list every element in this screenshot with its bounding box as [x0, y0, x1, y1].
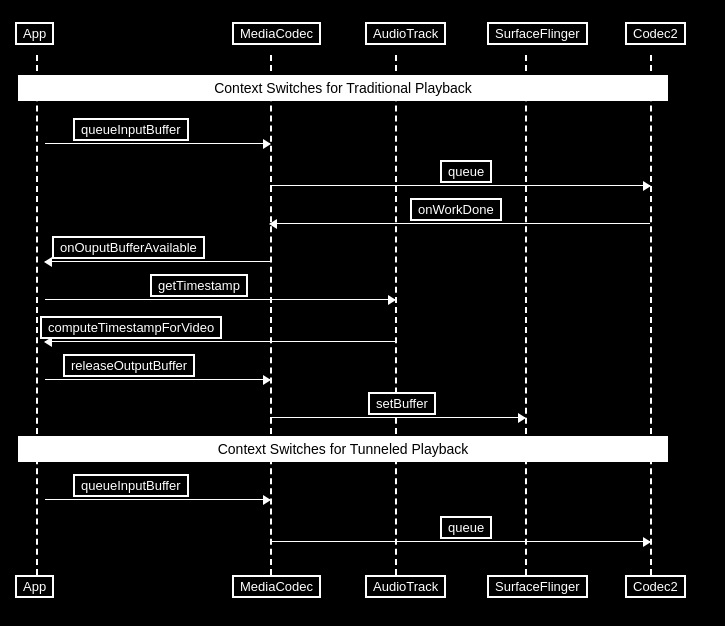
queueInputBuffer1-label: queueInputBuffer	[73, 118, 189, 141]
releaseOutputBuffer-label: releaseOutputBuffer	[63, 354, 195, 377]
onOuputBufferAvailable-arrow	[45, 261, 270, 262]
actor-mediacodec-footer: MediaCodec	[232, 575, 321, 598]
queue2-arrow	[270, 541, 650, 542]
onOuputBufferAvailable-label: onOuputBufferAvailable	[52, 236, 205, 259]
actor-mediacodec-header: MediaCodec	[232, 22, 321, 45]
queue2-label: queue	[440, 516, 492, 539]
queueInputBuffer1-arrow	[45, 143, 270, 144]
queue1-arrow	[270, 185, 650, 186]
actor-codec2-header: Codec2	[625, 22, 686, 45]
actor-audiotrack-footer: AudioTrack	[365, 575, 446, 598]
traditional-section: Context Switches for Traditional Playbac…	[18, 75, 668, 101]
releaseOutputBuffer-arrow	[45, 379, 270, 380]
getTimestamp-label: getTimestamp	[150, 274, 248, 297]
tunneled-section: Context Switches for Tunneled Playback	[18, 436, 668, 462]
sequence-diagram: App MediaCodec AudioTrack SurfaceFlinger…	[0, 0, 725, 626]
setBuffer-arrow	[270, 417, 525, 418]
onWorkDone-label: onWorkDone	[410, 198, 502, 221]
surfaceflinger-lifeline	[525, 55, 527, 575]
codec2-lifeline	[650, 55, 652, 575]
actor-app-header: App	[15, 22, 54, 45]
queueInputBuffer2-label: queueInputBuffer	[73, 474, 189, 497]
actor-codec2-footer: Codec2	[625, 575, 686, 598]
actor-audiotrack-header: AudioTrack	[365, 22, 446, 45]
audiotrack-lifeline	[395, 55, 397, 575]
getTimestamp-arrow	[45, 299, 395, 300]
computeTimestampForVideo-arrow	[45, 341, 395, 342]
queue1-label: queue	[440, 160, 492, 183]
actor-surfaceflinger-header: SurfaceFlinger	[487, 22, 588, 45]
computeTimestampForVideo-label: computeTimestampForVideo	[40, 316, 222, 339]
app-lifeline	[36, 55, 38, 575]
queueInputBuffer2-arrow	[45, 499, 270, 500]
actor-surfaceflinger-footer: SurfaceFlinger	[487, 575, 588, 598]
onWorkDone-arrow	[270, 223, 650, 224]
actor-app-footer: App	[15, 575, 54, 598]
setBuffer-label: setBuffer	[368, 392, 436, 415]
